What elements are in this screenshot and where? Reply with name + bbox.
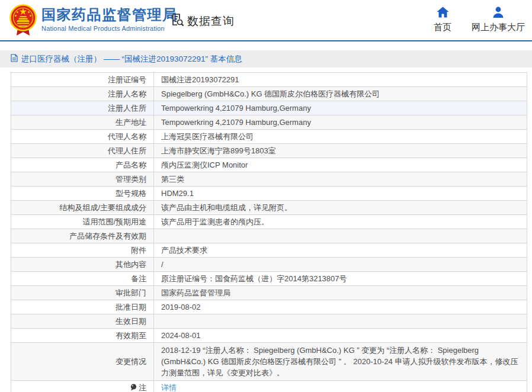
row-label: 代理人住所	[11, 144, 154, 158]
row-value	[154, 314, 527, 328]
data-query-tab[interactable]: 数据查询	[170, 12, 235, 30]
row-label-text: 其他内容	[116, 260, 146, 269]
table-row: 审批部门国家药品监督管理局	[11, 286, 527, 300]
row-label: 管理类别	[11, 172, 154, 186]
row-label: 注	[11, 381, 154, 392]
row-label-text: 审批部门	[116, 288, 146, 297]
info-table: 注册证编号国械注进20193072291注册人名称Spiegelberg (Gm…	[11, 72, 527, 392]
nav-online-hall[interactable]: 网上办事大厅	[472, 7, 525, 33]
row-value: 第三类	[154, 172, 527, 186]
data-query-label: 数据查询	[187, 14, 235, 29]
row-value	[154, 229, 527, 243]
breadcrumb-text: 进口医疗器械（注册） —— “国械注进20193072291” 基本信息	[21, 54, 242, 65]
row-value: 2019-08-02	[154, 300, 527, 314]
row-label: 审批部门	[11, 286, 154, 300]
row-label-text: 生效日期	[116, 317, 146, 326]
org-name-cn: 国家药品监督管理局	[41, 7, 178, 23]
row-label-text: 附件	[131, 246, 146, 255]
breadcrumb: 进口医疗器械（注册） —— “国械注进20193072291” 基本信息	[0, 50, 532, 68]
row-label-text: 结构及组成/主要组成成分	[59, 203, 146, 212]
table-row: 结构及组成/主要组成成分该产品由主机和电缆组成，详见附页。	[11, 201, 527, 215]
row-label: 结构及组成/主要组成成分	[11, 201, 154, 214]
row-label: 其他内容	[11, 258, 154, 271]
row-value: Tempowerkring 4,21079 Hamburg,Germany	[154, 101, 527, 115]
row-label: 变更情况	[11, 343, 154, 380]
table-row: 产品储存条件及有效期	[11, 229, 527, 243]
row-value: /	[154, 258, 527, 271]
row-label-text: 注册证编号	[108, 75, 146, 84]
document-search-icon	[170, 12, 184, 30]
table-row: 附件产品技术要求	[11, 243, 527, 258]
row-label: 代理人名称	[11, 130, 154, 143]
row-label: 生效日期	[11, 314, 154, 328]
row-label: 产品名称	[11, 158, 154, 172]
row-label-text: 型号规格	[116, 189, 146, 198]
row-label: 附件	[11, 243, 154, 257]
document-icon	[11, 54, 18, 64]
details-link[interactable]: 详情	[161, 383, 177, 392]
row-label-text: 代理人住所	[108, 146, 146, 155]
row-label: 备注	[11, 272, 154, 285]
row-label: 适用范围/预期用途	[11, 215, 154, 229]
row-value: Spiegelberg (GmbH&Co.) KG 德国斯皮尔伯格医疗器械有限公…	[154, 87, 527, 101]
row-value: 该产品由主机和电缆组成，详见附页。	[154, 201, 527, 214]
table-row: 批准日期2019-08-02	[11, 300, 527, 314]
row-label-text: 备注	[131, 274, 146, 283]
nav-home[interactable]: 首页	[434, 7, 451, 33]
row-label: 型号规格	[11, 187, 154, 200]
table-row: 代理人住所上海市静安区海宁路899号1803室	[11, 144, 527, 158]
row-label-text: 产品名称	[116, 160, 146, 169]
row-value: 上海冠昊医疗器械有限公司	[154, 130, 527, 143]
table-row: 其他内容/	[11, 258, 527, 272]
top-nav: 首页 网上办事大厅	[434, 7, 525, 33]
row-label: 注册人名称	[11, 87, 154, 101]
row-value: 颅内压监测仪ICP Monitor	[154, 158, 527, 172]
row-label-text: 注册人名称	[108, 89, 146, 98]
table-row: 代理人名称上海冠昊医疗器械有限公司	[11, 130, 527, 144]
table-row: 注册人住所Tempowerkring 4,21079 Hamburg,Germa…	[11, 101, 527, 115]
china-national-emblem-icon	[9, 4, 37, 37]
row-label: 生产地址	[11, 115, 154, 129]
row-value: 2024-08-01	[154, 329, 527, 342]
row-label: 产品储存条件及有效期	[11, 229, 154, 243]
row-label-text: 批准日期	[116, 303, 146, 311]
home-icon	[437, 7, 449, 20]
row-label-text: 产品储存条件及有效期	[69, 232, 146, 240]
row-value: 详情	[154, 381, 527, 392]
row-value: 国家药品监督管理局	[154, 286, 527, 300]
row-label-text: 注	[139, 383, 146, 392]
row-value: 国械注进20193072291	[154, 73, 527, 86]
table-row: 有效期至2024-08-01	[11, 329, 527, 343]
table-row: 变更情况2018-12-19 “注册人名称： Spiegelberg (GmbH…	[11, 343, 527, 381]
row-label: 批准日期	[11, 300, 154, 314]
row-label: 注册证编号	[11, 73, 154, 86]
row-value: 产品技术要求	[154, 243, 527, 257]
row-label: 注册人住所	[11, 101, 154, 115]
table-row: 管理类别第三类	[11, 172, 527, 187]
row-label-text: 变更情况	[116, 355, 146, 368]
table-row: 注详情	[11, 381, 527, 392]
table-row: 注册人名称Spiegelberg (GmbH&Co.) KG 德国斯皮尔伯格医疗…	[11, 87, 527, 101]
table-row: 注册证编号国械注进20193072291	[11, 73, 527, 87]
person-icon	[492, 7, 504, 20]
row-value: HDM29.1	[154, 187, 527, 200]
org-title-block: 国家药品监督管理局 National Medical Products Admi…	[41, 7, 178, 32]
table-row: 型号规格HDM29.1	[11, 187, 527, 201]
table-row: 产品名称颅内压监测仪ICP Monitor	[11, 158, 527, 172]
row-value: Tempowerkring 4,21079 Hamburg,Germany	[154, 115, 527, 129]
row-label-text: 注册人住所	[108, 104, 146, 113]
row-value: 2018-12-19 “注册人名称： Spiegelberg (GmbH&Co.…	[154, 343, 527, 380]
row-label-text: 管理类别	[116, 175, 146, 184]
row-label-text: 代理人名称	[108, 132, 146, 141]
row-value: 该产品用于监测患者的颅内压。	[154, 215, 527, 229]
nav-home-label: 首页	[434, 22, 451, 33]
row-label-text: 适用范围/预期用途	[82, 217, 146, 226]
row-label-text: 生产地址	[116, 118, 146, 127]
org-name-en: National Medical Products Administration	[41, 25, 178, 32]
table-row: 备注原注册证编号：国食药监械（进）字2014第3213807号	[11, 272, 527, 286]
row-label: 有效期至	[11, 329, 154, 342]
table-row: 适用范围/预期用途该产品用于监测患者的颅内压。	[11, 215, 527, 229]
row-value: 上海市静安区海宁路899号1803室	[154, 144, 527, 158]
nav-online-hall-label: 网上办事大厅	[472, 22, 525, 33]
table-row: 生产地址Tempowerkring 4,21079 Hamburg,German…	[11, 115, 527, 130]
